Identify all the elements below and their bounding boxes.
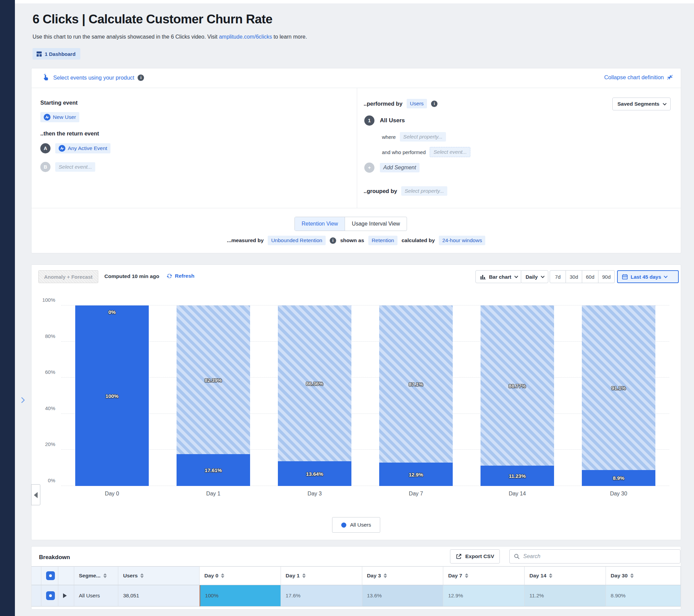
interval-dropdown[interactable]: Daily — [521, 270, 548, 283]
cell-day-value[interactable]: 100% — [200, 585, 281, 606]
export-csv-label: Export CSV — [465, 553, 494, 559]
x-axis-label: Day 1 — [177, 491, 250, 497]
grouped-by-row: ..grouped by Select property... — [364, 186, 447, 196]
left-nav-rail[interactable] — [0, 0, 15, 616]
sort-icon[interactable] — [103, 573, 107, 578]
dashboard-badge-label: 1 Dashboard — [45, 51, 76, 57]
segment-name[interactable]: All Users — [380, 117, 405, 124]
segment-index-marker: 1 — [364, 115, 375, 126]
breakdown-search — [509, 549, 680, 563]
sort-icon[interactable] — [630, 573, 634, 578]
measured-by-chip[interactable]: Unbounded Retention — [268, 236, 326, 245]
tab-retention-view[interactable]: Retention View — [295, 217, 345, 231]
amplitude-chart-page: 6 Clicks | Calculate Customer Churn Rate… — [0, 0, 694, 616]
subtitle-link[interactable]: amplitude.com/6clicks — [219, 34, 272, 40]
grouped-by-label: ..grouped by — [364, 188, 397, 194]
saved-segments-button[interactable]: Saved Segments — [612, 97, 671, 110]
sort-icon[interactable] — [465, 573, 468, 578]
cell-day-value[interactable]: 8.90% — [606, 585, 681, 606]
table-header-day-0[interactable]: Day 0 — [200, 566, 281, 585]
shown-as-chip[interactable]: Retention — [368, 236, 398, 245]
chart-type-dropdown[interactable]: Bar chart — [475, 270, 522, 283]
expand-row-icon[interactable] — [63, 593, 67, 598]
segment-who-performed-row: and who performed Select event... — [382, 147, 470, 157]
table-header-day-7[interactable]: Day 7 — [443, 566, 525, 585]
row-select-cell[interactable] — [41, 585, 58, 606]
dashboard-grid-icon — [36, 51, 42, 57]
column-header-label: Day 1 — [286, 573, 299, 579]
saved-segments-label: Saved Segments — [617, 101, 659, 107]
table-header-segme-[interactable]: Segme... — [74, 566, 118, 585]
cell-day-value[interactable]: 11.2% — [525, 585, 606, 606]
starting-event-chip[interactable]: New User — [40, 112, 79, 122]
export-csv-button[interactable]: Export CSV — [450, 549, 500, 563]
table-header-day-1[interactable]: Day 1 — [281, 566, 362, 585]
sort-icon[interactable] — [384, 573, 387, 578]
chart-left-collapse-handle[interactable] — [31, 484, 40, 505]
anomaly-forecast-button[interactable]: Anomaly + Forecast — [38, 270, 98, 283]
bar-chart-icon — [480, 274, 486, 279]
bar-label-churned: 0% — [75, 309, 149, 315]
tab-usage-interval-view[interactable]: Usage Interval View — [345, 217, 407, 231]
sort-icon[interactable] — [549, 573, 552, 578]
expand-sidebar-chevron-icon[interactable] — [18, 397, 26, 404]
sort-icon[interactable] — [302, 573, 306, 578]
add-segment-button[interactable]: Add Segment — [380, 163, 420, 172]
event-logo-icon — [44, 114, 51, 120]
measured-by-label: ...measured by — [227, 237, 264, 243]
sort-icon[interactable] — [221, 573, 224, 578]
dashboard-count-badge[interactable]: 1 Dashboard — [33, 48, 80, 60]
table-header-day-14[interactable]: Day 14 — [525, 566, 606, 585]
refresh-button[interactable]: Refresh — [166, 273, 195, 279]
chart-type-label: Bar chart — [489, 274, 511, 280]
cell-users[interactable]: 38,051 — [118, 585, 200, 606]
y-axis-label: 80% — [32, 333, 55, 339]
search-input[interactable] — [523, 553, 676, 559]
header-select-cell[interactable] — [41, 566, 58, 585]
grid-line — [61, 341, 669, 342]
x-axis-label: Day 3 — [278, 491, 351, 497]
info-icon[interactable]: i — [138, 75, 144, 81]
event-logo-icon — [59, 145, 66, 152]
legend-item-all-users[interactable]: All Users — [332, 517, 380, 533]
range-7d-button[interactable]: 7d — [550, 270, 566, 283]
return-event-b-select[interactable]: Select event... — [55, 162, 95, 172]
range-30d-button[interactable]: 30d — [566, 270, 582, 283]
date-range-button[interactable]: Last 45 days — [617, 270, 679, 283]
info-icon[interactable]: i — [431, 100, 437, 107]
top-strip — [15, 0, 694, 3]
collapse-chart-definition-link[interactable]: Collapse chart definition — [604, 74, 673, 80]
return-event-a-value: Any Active Event — [68, 145, 107, 151]
range-60d-button[interactable]: 60d — [582, 270, 599, 283]
page-title: 6 Clicks | Calculate Customer Churn Rate — [33, 12, 272, 26]
chevron-down-icon — [514, 274, 518, 278]
row-select-toggle-icon[interactable] — [46, 591, 55, 600]
cell-day-value[interactable]: 12.9% — [443, 585, 525, 606]
table-header-users[interactable]: Users — [118, 566, 200, 585]
row-expand-cell[interactable] — [58, 585, 74, 606]
grouped-by-property-select[interactable]: Select property... — [401, 186, 447, 196]
select-events-link[interactable]: Select events using your product i — [42, 74, 144, 81]
where-property-select[interactable]: Select property... — [400, 132, 446, 142]
performed-by-chip[interactable]: Users — [407, 99, 427, 108]
table-header-day-3[interactable]: Day 3 — [362, 566, 443, 585]
x-axis-label: Day 30 — [582, 491, 655, 497]
cell-segment[interactable]: All Users — [74, 585, 118, 606]
cell-day-value[interactable]: 17.6% — [281, 585, 362, 606]
bar-label-retained: 8.9% — [582, 475, 655, 481]
info-icon[interactable]: i — [330, 237, 336, 244]
bar-label-retained: 17.61% — [177, 467, 250, 473]
y-axis-label: 100% — [32, 297, 55, 303]
row-select-toggle-icon[interactable] — [46, 571, 55, 580]
plus-icon[interactable]: + — [364, 163, 375, 173]
table-header-day-30[interactable]: Day 30 — [606, 566, 681, 585]
return-event-a-chip[interactable]: Any Active Event — [55, 143, 110, 153]
range-90d-button[interactable]: 90d — [599, 270, 615, 283]
table-header-row: Segme...UsersDay 0Day 1Day 3Day 7Day 14D… — [32, 566, 681, 585]
calculated-by-chip[interactable]: 24-hour windows — [439, 236, 485, 245]
chart-definition-card: Select events using your product i Colla… — [31, 68, 681, 253]
sort-icon[interactable] — [140, 573, 144, 578]
who-performed-event-select[interactable]: Select event... — [430, 147, 470, 157]
select-events-label: Select events using your product — [53, 75, 134, 81]
cell-day-value[interactable]: 13.6% — [362, 585, 443, 606]
